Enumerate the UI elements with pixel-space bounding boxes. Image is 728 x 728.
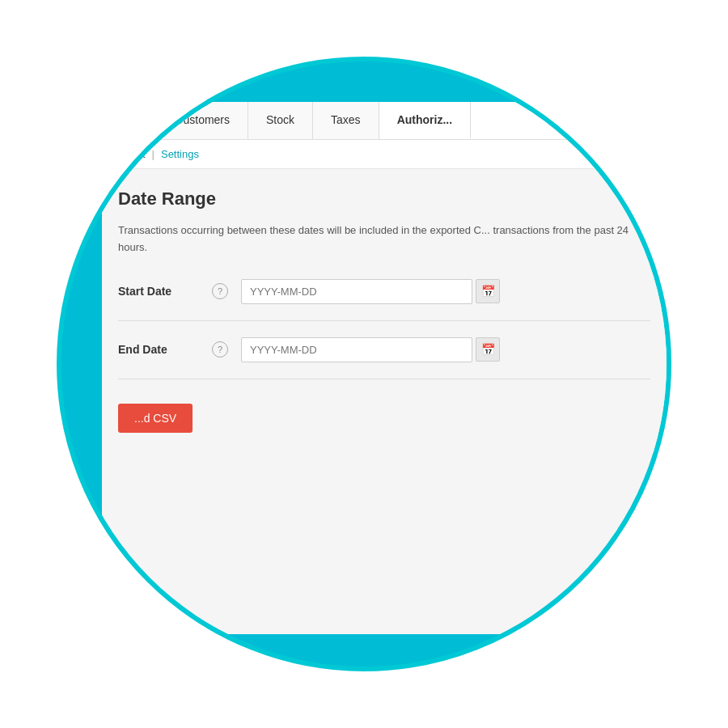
start-date-calendar-button[interactable]: 📅: [476, 279, 500, 303]
start-date-label: Start Date: [118, 285, 199, 298]
start-date-input-wrapper: 📅: [241, 279, 500, 304]
end-date-help-icon[interactable]: ?: [212, 341, 228, 358]
export-link[interactable]: Export: [115, 148, 146, 160]
tab-taxes[interactable]: Taxes: [313, 102, 379, 139]
circle-frame: ...rs Customers Stock Taxes Authoriz... …: [57, 57, 671, 671]
tab-authorize[interactable]: Authoriz...: [379, 102, 471, 139]
divider-1: [118, 320, 650, 321]
section-description: Transactions occurring between these dat…: [118, 222, 650, 256]
end-date-label: End Date: [118, 343, 199, 356]
start-date-help-icon[interactable]: ?: [212, 283, 228, 299]
export-csv-button[interactable]: ...d CSV: [118, 404, 193, 433]
separator: |: [152, 148, 154, 160]
end-date-calendar-button[interactable]: 📅: [476, 337, 500, 362]
section-title: Date Range: [118, 188, 650, 210]
end-date-row: End Date ? 📅: [118, 337, 650, 362]
action-bar: Export | Settings: [102, 140, 667, 169]
end-date-input[interactable]: [241, 337, 472, 362]
tab-stock[interactable]: Stock: [248, 102, 313, 139]
start-date-input[interactable]: [241, 279, 472, 304]
tab-customers[interactable]: Customers: [157, 102, 248, 139]
divider-2: [118, 379, 650, 379]
tab-orders[interactable]: ...rs: [102, 102, 157, 139]
start-date-row: Start Date ? 📅: [118, 279, 650, 304]
calendar-icon: 📅: [481, 343, 495, 356]
tab-bar: ...rs Customers Stock Taxes Authoriz...: [102, 102, 667, 140]
main-content: Date Range Transactions occurring betwee…: [102, 169, 667, 452]
end-date-input-wrapper: 📅: [241, 337, 500, 362]
settings-link[interactable]: Settings: [161, 148, 199, 160]
ui-panel: ...rs Customers Stock Taxes Authoriz... …: [102, 102, 667, 634]
calendar-icon: 📅: [481, 285, 495, 298]
